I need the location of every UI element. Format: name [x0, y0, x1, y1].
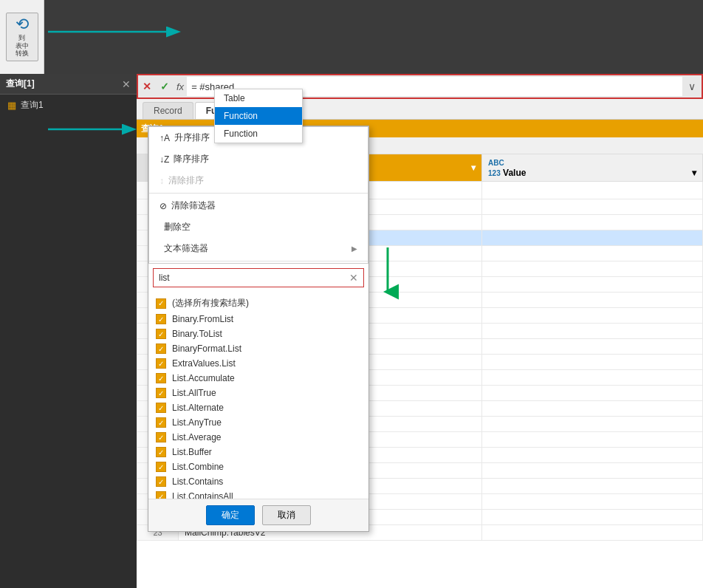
text-filter-label: 文本筛选器 — [164, 242, 208, 255]
row-value — [482, 401, 703, 417]
row-value — [482, 355, 703, 370]
toolbar: ⟲ 到表中转换 — [0, 0, 44, 74]
row-value — [482, 293, 703, 308]
clear-sort-icon: ↕ — [160, 176, 164, 186]
filter-popup: ↑A 升序排序 ↓Z 降序排序 ↕ 清除排序 ⊘ 清除筛选器 删除空 文本筛选器… — [148, 126, 369, 532]
filter-context-menu: ↑A 升序排序 ↓Z 降序排序 ↕ 清除排序 ⊘ 清除筛选器 删除空 文本筛选器 — [148, 126, 368, 264]
filter-checkbox[interactable] — [156, 417, 166, 428]
filter-list-item[interactable]: List.Buffer — [148, 445, 368, 459]
left-panel-arrow — [44, 114, 140, 144]
filter-item-label: ExtraValues.List — [172, 358, 236, 369]
filter-item-label: List.Combine — [172, 462, 224, 472]
filter-item-label: List.Contains — [172, 476, 223, 487]
filter-list-item[interactable]: (选择所有搜索结果) — [148, 295, 368, 312]
col-value-type-icon: ABC123 — [488, 159, 504, 177]
filter-ok-btn[interactable]: 确定 — [206, 505, 255, 525]
col-value-header: ABC123 Value ▾ — [482, 154, 703, 182]
formula-cancel-btn[interactable]: ✕ — [138, 79, 156, 94]
filter-checkbox[interactable] — [156, 358, 166, 369]
filter-checkbox[interactable] — [156, 314, 166, 324]
row-value — [482, 261, 703, 277]
remove-empty-menu-item[interactable]: 删除空 — [149, 216, 368, 238]
left-panel-close-btn[interactable]: ✕ — [122, 78, 131, 90]
formula-confirm-btn[interactable]: ✓ — [156, 79, 174, 94]
row-value — [482, 246, 703, 261]
text-filter-menu-item[interactable]: 文本筛选器 — [149, 238, 368, 259]
filter-list-item[interactable]: BinaryFormat.List — [148, 341, 368, 356]
filter-list-item[interactable]: List.AnyTrue — [148, 415, 368, 430]
row-value — [482, 199, 703, 215]
sidebar-item-label: 查询1 — [21, 99, 44, 112]
filter-checkbox[interactable] — [156, 476, 166, 487]
filter-checkbox[interactable] — [156, 462, 166, 472]
sort-desc-label: 降序排序 — [174, 153, 209, 165]
filter-list-item[interactable]: List.Alternate — [148, 400, 368, 415]
clear-filter-icon: ⊘ — [160, 201, 167, 211]
filter-checkbox[interactable] — [156, 373, 166, 383]
row-value — [482, 215, 703, 230]
remove-empty-label: 删除空 — [164, 221, 191, 233]
filter-list-item[interactable]: List.Accumulate — [148, 371, 368, 386]
filter-list-item[interactable]: Binary.ToList — [148, 327, 368, 341]
col-value-filter-btn[interactable]: ▾ — [692, 168, 696, 178]
sidebar-item-query1[interactable]: ▦ 查询1 — [0, 95, 137, 116]
row-value — [482, 448, 703, 463]
formula-expand-btn[interactable]: ∨ — [682, 79, 702, 94]
value-dropdown: Table Function Function — [214, 89, 303, 143]
filter-checkbox[interactable] — [156, 329, 166, 339]
col-value-text: Value — [503, 168, 526, 178]
left-panel: 查询[1] ✕ ▦ 查询1 — [0, 74, 137, 588]
filter-list-item[interactable]: List.ContainsAll — [148, 489, 368, 499]
sort-asc-icon: ↑A — [160, 133, 170, 143]
filter-item-label: Binary.ToList — [172, 329, 222, 339]
filter-checkbox[interactable] — [156, 491, 166, 499]
filter-item-label: List.ContainsAll — [172, 491, 233, 499]
filter-list-item[interactable]: List.Combine — [148, 459, 368, 474]
filter-list-item[interactable]: ExtraValues.List — [148, 356, 368, 371]
row-value — [482, 324, 703, 339]
col-name-filter-btn[interactable]: ▾ — [471, 163, 476, 173]
row-value — [482, 479, 703, 494]
transform-button[interactable]: ⟲ 到表中转换 — [6, 13, 38, 61]
menu-divider-2 — [149, 261, 368, 261]
filter-cancel-btn[interactable]: 取消 — [262, 505, 311, 525]
tab-record[interactable]: Record — [143, 102, 193, 119]
sort-desc-menu-item[interactable]: ↓Z 降序排序 — [149, 148, 368, 170]
filter-checkbox[interactable] — [156, 343, 166, 354]
value-dropdown-function-1[interactable]: Function — [215, 107, 302, 125]
filter-checkbox[interactable] — [156, 403, 166, 413]
filter-search-input[interactable] — [157, 270, 347, 285]
filter-checkbox[interactable] — [156, 298, 166, 309]
filter-checkbox[interactable] — [156, 432, 166, 442]
sort-desc-icon: ↓Z — [160, 154, 169, 165]
row-value — [482, 277, 703, 293]
transform-label: 到表中转换 — [16, 34, 29, 58]
filter-item-label: BinaryFormat.List — [172, 343, 241, 354]
row-value — [482, 370, 703, 386]
filter-checkbox[interactable] — [156, 388, 166, 398]
formula-fx-label: fx — [174, 81, 187, 92]
filter-item-label: (选择所有搜索结果) — [172, 297, 249, 310]
filter-item-label: List.AllTrue — [172, 388, 216, 398]
clear-sort-menu-item[interactable]: ↕ 清除排序 — [149, 170, 368, 191]
row-value — [482, 525, 703, 541]
top-background — [0, 0, 703, 74]
filter-search-box: ✕ — [153, 268, 364, 287]
left-panel-header: 查询[1] ✕ — [0, 74, 137, 95]
row-value — [482, 463, 703, 479]
filter-list-item[interactable]: List.Average — [148, 430, 368, 445]
filter-list-item[interactable]: Binary.FromList — [148, 312, 368, 327]
filter-item-label: List.AnyTrue — [172, 417, 222, 428]
sort-asc-label: 升序排序 — [174, 131, 210, 144]
value-dropdown-table[interactable]: Table — [215, 89, 302, 107]
filter-item-label: List.Buffer — [172, 447, 212, 457]
filter-item-label: List.Accumulate — [172, 373, 235, 383]
filter-list[interactable]: (选择所有搜索结果) Binary.FromList Binary.ToList… — [148, 292, 368, 499]
filter-checkbox[interactable] — [156, 447, 166, 457]
clear-filter-menu-item[interactable]: ⊘ 清除筛选器 — [149, 195, 368, 216]
filter-list-item[interactable]: List.AllTrue — [148, 386, 368, 400]
value-dropdown-function-2[interactable]: Function — [215, 125, 302, 143]
clear-filter-label: 清除筛选器 — [171, 199, 216, 212]
filter-list-item[interactable]: List.Contains — [148, 474, 368, 489]
filter-search-clear-btn[interactable]: ✕ — [347, 272, 360, 284]
